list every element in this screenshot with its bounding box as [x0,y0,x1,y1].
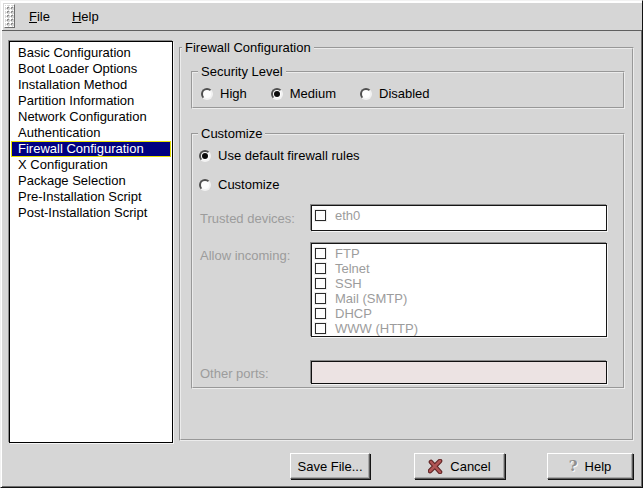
cancel-button[interactable]: Cancel [414,453,505,479]
checkbox-icon [315,308,326,319]
frame-title: Firewall Configuration [182,41,314,55]
save-file-button-label: Save File... [297,459,362,474]
radio-icon [199,179,211,191]
checkbox-icon [315,323,326,334]
menu-help[interactable]: Help [61,2,110,30]
radio-use-default-firewall-rules[interactable]: Use default firewall rules [199,148,360,163]
sidebar-item-post-installation-script[interactable]: Post-Installation Script [11,205,171,221]
checkbox-label: WWW (HTTP) [335,321,418,336]
radio-label: Use default firewall rules [218,148,360,163]
sidebar-item-partition-information[interactable]: Partition Information [11,93,171,109]
security-level-group: Security Level High Medium Disabled [191,71,625,109]
sidebar-item-network-configuration[interactable]: Network Configuration [11,109,171,125]
sidebar-item-firewall-configuration[interactable]: Firewall Configuration [11,141,171,157]
help-question-icon: ? [569,459,578,474]
checkbox-icon [315,248,326,259]
save-file-button[interactable]: Save File... [290,453,370,479]
radio-icon [199,150,211,162]
allow-incoming-item-ftp: FTP [315,246,603,261]
sidebar-item-authentication[interactable]: Authentication [11,125,171,141]
checkbox-icon [315,278,326,289]
checkbox-label: SSH [335,276,362,291]
menubar: File Help [2,2,642,31]
radio-customize[interactable]: Customize [199,177,279,192]
trusted-device-item-eth0: eth0 [315,208,603,223]
radio-label: Disabled [379,86,430,101]
sidebar-item-installation-method[interactable]: Installation Method [11,77,171,93]
menu-file[interactable]: File [18,2,61,30]
firewall-configuration-frame: Firewall Configuration Security Level Hi… [179,47,634,441]
other-ports-label: Other ports: [200,366,269,381]
radio-icon [201,88,213,100]
radio-security-disabled[interactable]: Disabled [360,86,430,101]
radio-label: High [220,86,247,101]
allow-incoming-item-dhcp: DHCP [315,306,603,321]
allow-incoming-label: Allow incoming: [200,248,290,263]
sidebar-item-basic-configuration[interactable]: Basic Configuration [11,45,171,61]
sidebar-item-x-configuration[interactable]: X Configuration [11,157,171,173]
allow-incoming-item-mail-smtp: Mail (SMTP) [315,291,603,306]
help-button-label: Help [585,459,612,474]
security-level-radios: High Medium Disabled [201,86,430,101]
sidebar-item-package-selection[interactable]: Package Selection [11,173,171,189]
sidebar-item-boot-loader-options[interactable]: Boot Loader Options [11,61,171,77]
checkbox-label: eth0 [335,208,360,223]
checkbox-label: DHCP [335,306,372,321]
checkbox-icon [315,263,326,274]
allow-incoming-item-www-http: WWW (HTTP) [315,321,603,336]
section-list: Basic Configuration Boot Loader Options … [9,41,173,443]
trusted-devices-list: eth0 [311,205,607,231]
customize-group: Customize Use default firewall rules Cus… [191,133,625,389]
trusted-devices-label: Trusted devices: [200,211,295,226]
cancel-x-icon [428,459,443,474]
help-button[interactable]: ? Help [547,453,633,479]
customize-title: Customize [198,127,265,141]
checkbox-icon [315,210,326,221]
kickstart-configurator-window: File Help Basic Configuration Boot Loade… [0,0,643,488]
radio-security-medium[interactable]: Medium [271,86,336,101]
allow-incoming-item-telnet: Telnet [315,261,603,276]
menubar-grip-handle-icon[interactable] [4,4,15,28]
allow-incoming-list: FTP Telnet SSH Mail (SMTP) [311,243,607,337]
radio-icon [360,88,372,100]
other-ports-input [311,361,607,384]
radio-label: Customize [218,177,279,192]
radio-icon [271,88,283,100]
checkbox-icon [315,293,326,304]
security-level-title: Security Level [198,65,286,79]
checkbox-label: Mail (SMTP) [335,291,407,306]
cancel-button-label: Cancel [450,459,490,474]
radio-security-high[interactable]: High [201,86,247,101]
allow-incoming-item-ssh: SSH [315,276,603,291]
checkbox-label: Telnet [335,261,370,276]
sidebar-item-pre-installation-script[interactable]: Pre-Installation Script [11,189,171,205]
radio-label: Medium [290,86,336,101]
checkbox-label: FTP [335,246,360,261]
